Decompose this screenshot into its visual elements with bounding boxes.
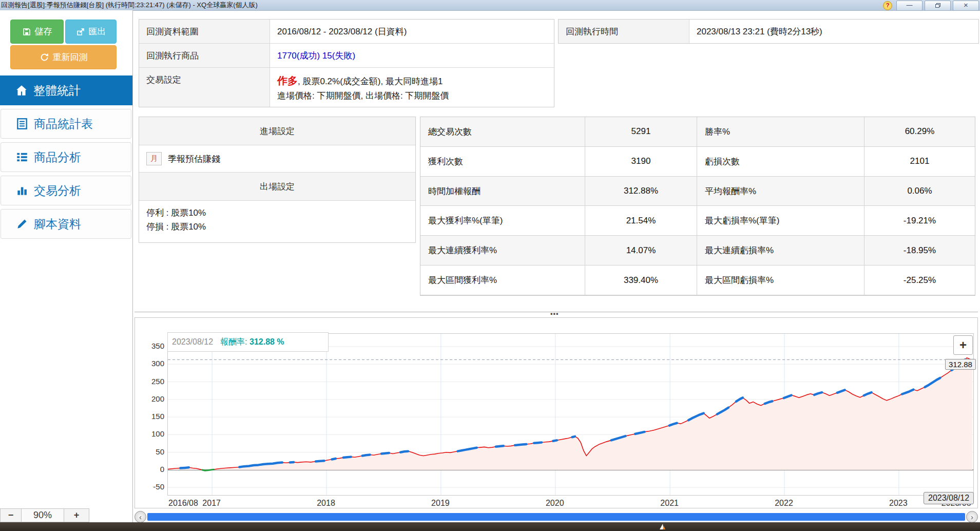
chart-hover-date: 2023/08/12 — [172, 337, 213, 347]
value-trade-settings: 作多, 股票0.2%(成交金額), 最大同時進場1 進場價格: 下期開盤價, 出… — [270, 68, 554, 107]
exit-rules: 停利 : 股票10% 停損 : 股票10% — [139, 201, 415, 234]
x-axis-tick-label: 2019 — [431, 499, 450, 508]
zoom-in-button[interactable]: + — [64, 508, 89, 522]
export-button[interactable]: 匯出 — [65, 20, 117, 44]
x-axis-tick-label: 2023 — [889, 499, 908, 508]
save-label: 儲存 — [35, 26, 52, 37]
stat-value: -18.95% — [864, 236, 975, 266]
stat-value: 339.40% — [585, 266, 697, 295]
stat-label: 虧損次數 — [697, 147, 864, 177]
take-profit-rule: 停利 : 股票10% — [146, 206, 415, 220]
close-button[interactable]: × — [953, 1, 979, 11]
nav-label: 商品分析 — [34, 149, 81, 165]
nav-item-trade-analysis[interactable]: 交易分析 — [1, 176, 131, 205]
table-doc-icon — [15, 117, 29, 130]
scroll-left-button[interactable]: ‹ — [134, 511, 146, 523]
app-tray-icon[interactable] — [659, 523, 666, 530]
y-axis-tick-label: 300 — [141, 359, 164, 368]
stat-value: 21.54% — [585, 206, 697, 236]
stat-label: 最大獲利率%(單筆) — [420, 206, 585, 236]
y-axis-tick-label: 0 — [141, 465, 164, 473]
month-badge: 月 — [146, 152, 162, 165]
value-executed-products[interactable]: 1770(成功) 15(失敗) — [270, 44, 554, 67]
home-icon — [15, 84, 28, 97]
refresh-icon — [40, 52, 49, 62]
stat-label: 最大區間獲利率% — [420, 266, 585, 295]
window-title: 回測報告[選股]:季報預估賺錢[台股] (執行時間:23:21:47) (未儲存… — [1, 0, 258, 10]
taskbar-strip — [0, 522, 980, 531]
equity-curve-plot[interactable] — [167, 333, 974, 496]
y-axis-tick-label: 200 — [141, 394, 164, 403]
export-label: 匯出 — [89, 26, 106, 37]
stat-label: 最大虧損率%(單筆) — [697, 206, 864, 236]
rerun-backtest-button[interactable]: 重新回測 — [10, 45, 117, 69]
trade-settings-line1: , 股票0.2%(成交金額), 最大同時進場1 — [298, 77, 443, 86]
rerun-label: 重新回測 — [53, 51, 88, 63]
zoom-out-button[interactable]: − — [0, 508, 22, 522]
y-axis-tick-label: 350 — [141, 342, 164, 350]
nav-item-script-data[interactable]: 腳本資料 — [1, 209, 131, 239]
stat-label: 獲利次數 — [420, 147, 585, 177]
save-button[interactable]: 儲存 — [10, 20, 64, 44]
stat-label: 總交易次數 — [420, 117, 585, 147]
scrollbar-thumb[interactable] — [147, 513, 965, 521]
chevron-right-icon: › — [971, 513, 973, 521]
stat-value: 2101 — [864, 147, 975, 177]
y-axis-tick-label: 150 — [141, 412, 164, 421]
x-axis-tick-label: 2018 — [317, 499, 335, 508]
label-execution-time: 回測執行時間 — [559, 20, 689, 43]
trade-direction: 作多 — [277, 75, 298, 86]
nav-label: 交易分析 — [34, 183, 81, 199]
zoom-control: − 90% + — [0, 508, 89, 522]
stat-value: 14.07% — [585, 236, 697, 266]
minimize-button[interactable]: — — [896, 1, 923, 11]
entry-condition-row: 月 季報預估賺錢 — [139, 145, 415, 173]
stop-loss-rule: 停損 : 股票10% — [146, 220, 415, 234]
stat-value: -25.25% — [864, 266, 975, 295]
exit-settings-header: 出場設定 — [139, 173, 415, 201]
help-icon[interactable]: ? — [883, 1, 892, 10]
x-axis-tick-label: 2022 — [775, 499, 793, 508]
stat-value: 3190 — [585, 147, 697, 177]
plus-icon: + — [74, 510, 80, 521]
nav-label: 腳本資料 — [34, 216, 81, 232]
y-axis-tick-label: -50 — [141, 482, 164, 491]
scroll-right-button[interactable]: › — [966, 511, 978, 523]
nav-item-product-stats-table[interactable]: 商品統計表 — [1, 109, 131, 139]
y-axis-tick-label: 50 — [141, 447, 164, 456]
stat-value: 0.06% — [864, 177, 975, 206]
nav-item-overall-stats[interactable]: 整體統計 — [0, 75, 132, 105]
export-icon — [76, 27, 85, 36]
stat-value-twr: 312.88% — [585, 177, 697, 206]
backtest-info-table: 回測資料範圍 2016/08/12 - 2023/08/12 (日資料) 回測執… — [139, 19, 554, 107]
x-axis-tick-label: 2017 — [202, 499, 221, 508]
entry-exit-panel: 進場設定 月 季報預估賺錢 出場設定 停利 : 股票10% 停損 : 股票10% — [139, 117, 416, 243]
restore-button[interactable] — [925, 1, 951, 11]
chevron-left-icon: ‹ — [139, 513, 142, 521]
x-axis-tick-label: 2020 — [546, 499, 564, 508]
minimize-icon: — — [907, 2, 913, 9]
value-execution-time: 2023/08/13 23:21 (費時2分13秒) — [689, 20, 978, 43]
stat-value-win-rate: 60.29% — [864, 117, 975, 147]
sidebar: 儲存 匯出 重新回測 整體統計 商品統計表 商品分析 交易分析 腳本資料 — [0, 10, 133, 522]
trade-settings-line2: 進場價格: 下期開盤價, 出場價格: 下期開盤價 — [277, 90, 554, 102]
label-executed-products: 回測執行商品 — [139, 44, 270, 67]
entry-settings-header: 進場設定 — [139, 117, 415, 145]
chart-return-label: 報酬率: — [220, 337, 247, 346]
nav-label: 商品統計表 — [34, 116, 93, 132]
entry-condition-name: 季報預估賺錢 — [168, 153, 220, 165]
floppy-icon — [22, 27, 31, 36]
stat-label: 最大連續虧損率% — [697, 236, 864, 266]
stat-label: 時間加權報酬 — [420, 177, 585, 206]
x-axis-tick-label: 2021 — [660, 499, 679, 508]
bar-chart-icon — [15, 184, 29, 197]
chart-zoom-in-button[interactable]: + — [953, 335, 973, 355]
stat-value: 5291 — [585, 117, 697, 147]
plus-icon: + — [959, 338, 967, 352]
splitter-handle-icon: ••• — [550, 310, 559, 318]
stat-label: 最大連續獲利率% — [420, 236, 585, 266]
execution-time-table: 回測執行時間 2023/08/13 23:21 (費時2分13秒) — [558, 19, 979, 44]
chart-header: 2023/08/12 報酬率: 312.88 % — [167, 332, 329, 352]
y-axis-tick-label: 250 — [141, 377, 164, 386]
nav-item-product-analysis[interactable]: 商品分析 — [1, 142, 131, 172]
